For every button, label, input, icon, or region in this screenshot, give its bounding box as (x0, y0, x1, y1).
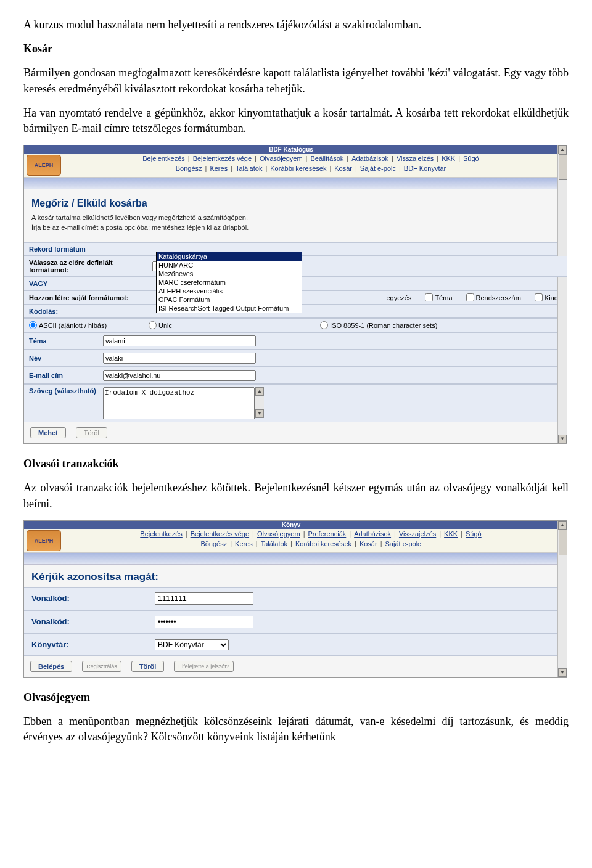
textarea-scrollbar[interactable]: ▲ ▼ (255, 387, 264, 418)
chk-tema[interactable]: Téma (425, 293, 452, 301)
go-button[interactable]: Mehet (30, 427, 66, 438)
nav-kkk[interactable]: KKK (442, 155, 455, 162)
tema-input[interactable] (103, 335, 256, 346)
enc-iso[interactable]: ISO 8859-1 (Roman character sets) (320, 321, 437, 329)
nav-bdf-konyvtar[interactable]: BDF Könyvtár (404, 165, 446, 172)
enc-unicode[interactable]: Unic (149, 321, 172, 329)
barcode-input-2[interactable] (155, 616, 253, 628)
nav-korabbi[interactable]: Korábbi keresések (270, 165, 326, 172)
nev-label: Név (29, 354, 103, 362)
nav-row-top: Bejelentkezés| Bejelentkezés vége| Olvas… (64, 154, 558, 163)
scroll-up-icon[interactable]: ▲ (558, 145, 567, 154)
scroll-down-icon[interactable]: ▼ (558, 435, 567, 443)
tranz-heading: Olvasói tranzakciók (23, 456, 569, 472)
register-button[interactable]: Regisztrálás (82, 661, 121, 672)
scroll-thumb[interactable] (559, 530, 567, 555)
olvasojegyem-section: Olvasójegyem Ebben a menüpontban megnézh… (23, 690, 569, 745)
tema-label: Téma (29, 337, 103, 345)
aleph-login-screenshot: ▲ ▼ Könyv ALEPH Bejelentkezés| Bejelentk… (23, 520, 567, 678)
nav-talalatok[interactable]: Találatok (261, 540, 287, 547)
library-label: Könyvtár: (31, 640, 155, 649)
nav-preferenciak[interactable]: Preferenciák (308, 530, 347, 538)
enc-ascii[interactable]: ASCII (ajánlott / hibás) (29, 321, 107, 329)
nav-sugo[interactable]: Súgó (466, 530, 482, 538)
scroll-up-icon[interactable]: ▲ (255, 387, 264, 396)
format-option[interactable]: ALEPH szekvenciális (157, 287, 302, 295)
kosar-para2: Ha van nyomtató rendelve a gépünkhöz, ak… (23, 105, 569, 136)
kosar-heading: Kosár (23, 41, 569, 57)
valassza-label: Válassza az előre definiált formátumot: (29, 259, 152, 274)
auth-heading: Kérjük azonosítsa magát: (24, 565, 567, 587)
format-dropdown-list[interactable]: Katalóguskártya HUNMARC Mezőneves MARC c… (156, 252, 302, 313)
nav-visszajelzes[interactable]: Visszajelzés (397, 155, 434, 162)
nav-epolc[interactable]: Saját e-polc (360, 165, 396, 172)
transactions-section: Olvasói tranzakciók Az olvasói tranzakci… (23, 456, 569, 512)
nav-keres[interactable]: Keres (235, 540, 253, 547)
nav-bejelentkezes-vege[interactable]: Bejelentkezés vége (193, 155, 252, 162)
nav-keres[interactable]: Keres (210, 165, 228, 172)
nav-visszajelzes[interactable]: Visszajelzés (399, 530, 436, 538)
clear-button[interactable]: Töröl (76, 427, 107, 438)
nav-bejelentkezes[interactable]: Bejelentkezés (142, 155, 185, 162)
format-option[interactable]: HUNMARC (157, 261, 302, 269)
scroll-down-icon[interactable]: ▼ (558, 668, 567, 677)
chk-egyezes[interactable]: egyezés (386, 294, 411, 301)
nav-kosar[interactable]: Kosár (334, 165, 352, 172)
scroll-down-icon[interactable]: ▼ (255, 409, 264, 418)
sub-text-1: A kosár tartalma elküldhető levélben vag… (31, 214, 551, 221)
catalog-title-bar: BDF Katalógus (24, 145, 558, 154)
forgot-password-button[interactable]: Elfelejtette a jelszót? (174, 661, 234, 672)
barcode-input-1[interactable] (155, 592, 253, 605)
vertical-scrollbar[interactable]: ▲ ▼ (557, 521, 567, 677)
format-option[interactable]: OPAC Formátum (157, 295, 302, 304)
nav-epolc[interactable]: Saját e-polc (385, 540, 421, 547)
nav-korabbi[interactable]: Korábbi keresések (295, 540, 352, 547)
format-option[interactable]: Mezőneves (157, 269, 302, 278)
nav-kosar[interactable]: Kosár (360, 540, 377, 547)
nav-beallitasok[interactable]: Beállítások (310, 155, 343, 162)
clear-button[interactable]: Töröl (131, 661, 165, 672)
encoding-label: Kódolás: (29, 308, 146, 315)
nav-talalatok[interactable]: Találatok (236, 165, 262, 172)
nav-olvasojegyem[interactable]: Olvasójegyem (257, 530, 300, 538)
record-format-heading: Rekord formátum (29, 245, 146, 253)
format-option[interactable]: MARC csereformátum (157, 278, 302, 287)
nev-input[interactable] (103, 353, 256, 364)
barcode-label-2: Vonalkód: (31, 617, 155, 626)
nav-row-top: Bejelentkezés| Bejelentkezés vége| Olvas… (64, 529, 558, 539)
nav-adatbazisok[interactable]: Adatbázisok (354, 530, 391, 538)
aleph-logo: ALEPH (27, 155, 61, 176)
szoveg-textarea[interactable]: Irodalom X dolgozathoz (103, 387, 255, 419)
header-gradient (24, 553, 558, 565)
book-title-bar: Könyv (24, 521, 558, 529)
nav-bongesz[interactable]: Böngész (200, 540, 227, 547)
scroll-thumb[interactable] (559, 154, 567, 180)
vertical-scrollbar[interactable]: ▲ ▼ (557, 145, 567, 443)
page-heading: Megőriz / Elküld kosárba (31, 198, 551, 209)
nav-sugo[interactable]: Súgó (463, 155, 479, 162)
format-option[interactable]: ISI ResearchSoft Tagged Output Formátum (157, 304, 302, 313)
nav-row-bottom: Böngész| Keres| Találatok| Korábbi keres… (64, 163, 558, 173)
nav-bejelentkezes-vege[interactable]: Bejelentkezés vége (191, 530, 249, 538)
email-input[interactable] (103, 370, 256, 381)
aleph-logo: ALEPH (27, 530, 61, 551)
library-select[interactable]: BDF Könyvtár (155, 639, 229, 650)
tranz-para: Az olvasói tranzakciók bejelentkezéshez … (23, 480, 569, 511)
format-option[interactable]: Katalóguskártya (157, 252, 302, 261)
barcode-label-1: Vonalkód: (31, 594, 155, 603)
nav-bejelentkezes[interactable]: Bejelentkezés (140, 530, 183, 538)
nav-bongesz[interactable]: Böngész (176, 165, 202, 172)
nav-kkk[interactable]: KKK (444, 530, 458, 538)
sub-text-2: Írja be az e-mail címét a posta opcióba;… (31, 224, 551, 231)
scroll-up-icon[interactable]: ▲ (558, 521, 567, 530)
nav-adatbazisok[interactable]: Adatbázisok (352, 155, 388, 162)
intro-text: A kurzus modul használata nem helyettesí… (23, 17, 569, 33)
document-body: A kurzus modul használata nem helyettesí… (23, 17, 569, 136)
ojegy-para: Ebben a menüpontban megnézhetjük kölcsön… (23, 714, 569, 745)
chk-rendszerszam[interactable]: Rendszerszám (466, 293, 521, 301)
ojegy-heading: Olvasójegyem (23, 690, 569, 705)
vagy-label: VAGY (29, 280, 146, 287)
login-button[interactable]: Belépés (30, 661, 72, 672)
kosar-para1: Bármilyen gondosan megfogalmazott kereső… (23, 65, 569, 96)
nav-olvasojegyem[interactable]: Olvasójegyem (260, 155, 303, 162)
